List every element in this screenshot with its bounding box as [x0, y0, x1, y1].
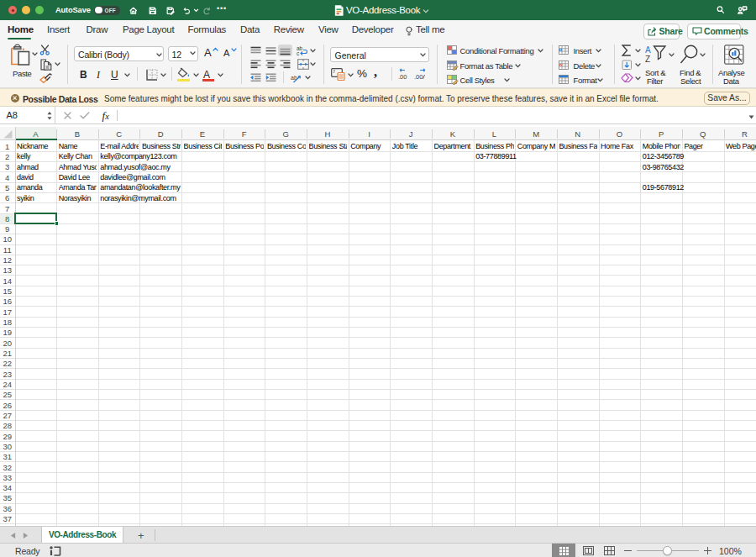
- svg-text:.00: .00: [414, 73, 423, 81]
- svg-text:c: c: [297, 50, 300, 56]
- svg-text:.00: .00: [398, 73, 407, 81]
- svg-text:A: A: [645, 45, 651, 55]
- svg-text:Z: Z: [645, 55, 650, 64]
